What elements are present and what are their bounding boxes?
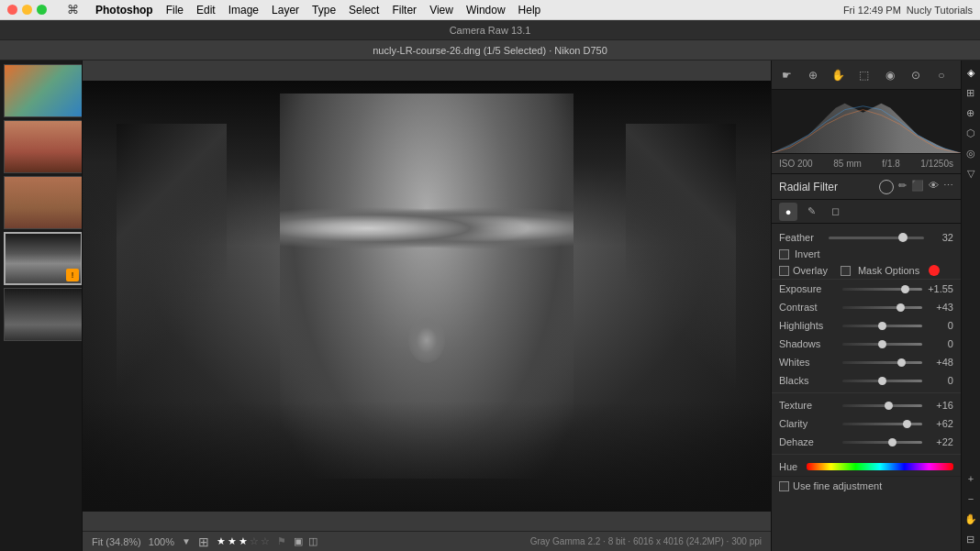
slider-shadows-track[interactable] <box>842 343 922 346</box>
slider-exposure-label: Exposure <box>779 283 839 294</box>
section-divider-1 <box>772 392 961 393</box>
mask-checkbox[interactable] <box>841 266 851 276</box>
invert-row: Invert <box>772 246 961 262</box>
filmstrip-thumb-5[interactable] <box>4 288 83 341</box>
slider-contrast-track[interactable] <box>842 306 922 309</box>
filmstrip-thumb-2[interactable] <box>4 120 83 173</box>
tool-radial[interactable]: ○ <box>931 65 952 85</box>
maximize-button[interactable] <box>37 5 47 15</box>
slider-blacks: Blacks 0 <box>772 371 961 390</box>
tool-zoom[interactable]: ⊕ <box>803 65 823 85</box>
rt-radial-icon[interactable]: ◎ <box>963 145 979 161</box>
filmstrip-thumb-3[interactable] <box>4 176 83 229</box>
tool-heal[interactable]: ◉ <box>880 65 900 85</box>
focal-info: 85 mm <box>833 159 862 169</box>
feather-slider[interactable] <box>829 237 924 239</box>
overlay-checkbox[interactable] <box>779 266 789 276</box>
menu-file[interactable]: File <box>166 4 184 17</box>
rt-hand-icon[interactable]: ✋ <box>963 511 979 527</box>
slider-exposure-track[interactable] <box>842 288 922 291</box>
star-rating[interactable]: ★ ★ ★ ☆ ☆ <box>217 535 270 547</box>
menu-select[interactable]: Select <box>349 4 379 17</box>
slider-shadows-label: Shadows <box>779 338 839 349</box>
tool-redeye[interactable]: ⊙ <box>906 65 926 85</box>
pen-select-tool[interactable]: ✎ <box>803 203 821 221</box>
erase-icon[interactable]: ⬛ <box>911 180 924 194</box>
rt-heal-icon[interactable]: ⊕ <box>963 105 979 121</box>
hue-slider[interactable] <box>807 463 953 470</box>
slider-highlights: Highlights 0 <box>772 316 961 335</box>
filmstrip-thumb-1[interactable] <box>4 64 83 117</box>
menu-channel: Nucly Tutorials <box>907 5 973 16</box>
menu-help[interactable]: Help <box>518 4 541 17</box>
star-5[interactable]: ☆ <box>261 535 270 547</box>
slider-shadows: Shadows 0 <box>772 335 961 353</box>
menu-type[interactable]: Type <box>312 4 336 17</box>
fine-tune-checkbox[interactable] <box>779 481 789 491</box>
feather-label: Feather <box>779 232 825 243</box>
oval-icon[interactable] <box>879 180 894 194</box>
tool-hand[interactable]: ☛ <box>777 65 797 85</box>
invert-label: Invert <box>795 248 820 259</box>
close-button[interactable] <box>7 5 17 15</box>
menu-layer[interactable]: Layer <box>272 4 299 17</box>
rt-crop-icon[interactable]: ⊞ <box>963 84 979 101</box>
warning-icon: ! <box>66 269 79 281</box>
panel-header: Radial Filter ✏ ⬛ 👁 ⋯ <box>772 174 961 200</box>
rt-edit-icon[interactable]: ◈ <box>963 64 979 81</box>
star-3[interactable]: ★ <box>239 535 248 547</box>
section-divider-2 <box>772 454 961 455</box>
slider-dehaze-track[interactable] <box>842 441 922 444</box>
shutter-info: 1/1250s <box>920 159 953 169</box>
eye-icon[interactable]: 👁 <box>929 180 939 194</box>
doc-title-bar: nucly-LR-course-26.dng (1/5 Selected) · … <box>0 40 980 61</box>
rt-zoom-in-icon[interactable]: + <box>963 470 979 487</box>
invert-checkbox[interactable] <box>779 249 789 259</box>
slider-blacks-track[interactable] <box>842 380 922 382</box>
rt-mask-icon[interactable]: ⬡ <box>963 125 979 141</box>
camera-info: ISO 200 85 mm f/1.8 1/1250s <box>772 154 961 174</box>
histogram <box>772 90 961 154</box>
tool-eyedropper[interactable]: ✋ <box>829 65 849 85</box>
more-icon[interactable]: ⋯ <box>943 180 953 194</box>
compare-icon[interactable]: ▣ <box>294 535 303 547</box>
rt-grid-icon[interactable]: ⊟ <box>963 531 979 547</box>
canvas-area: Fit (34.8%) 100% ▼ ⊞ ★ ★ ★ ☆ ☆ ⚑ ▣ ◫ Gra… <box>83 61 771 551</box>
slider-whites-track[interactable] <box>842 361 922 364</box>
rt-zoom-out-icon[interactable]: − <box>963 490 979 507</box>
star-1[interactable]: ★ <box>217 535 226 547</box>
filmstrip-thumb-4[interactable]: ! <box>4 232 83 285</box>
zoom-icon: ▼ <box>182 536 191 546</box>
menu-view[interactable]: View <box>429 4 453 17</box>
filmstrip-icon[interactable]: ◫ <box>308 535 317 547</box>
mask-color-dot[interactable] <box>929 265 940 276</box>
overlay-label: Overlay <box>793 265 828 276</box>
tool-crop[interactable]: ⬚ <box>854 65 874 85</box>
brush-select-tool[interactable]: ● <box>779 203 797 221</box>
menu-time: Fri 12:49 PM <box>843 5 901 16</box>
slider-highlights-track[interactable] <box>842 325 922 327</box>
flag-icon[interactable]: ⚑ <box>277 535 286 547</box>
star-4[interactable]: ☆ <box>250 535 259 547</box>
menu-filter[interactable]: Filter <box>392 4 417 17</box>
photo-canvas <box>83 81 771 512</box>
slider-texture-track[interactable] <box>842 404 922 407</box>
menu-image[interactable]: Image <box>228 4 259 17</box>
star-2[interactable]: ★ <box>228 535 237 547</box>
controls-area: Feather 32 Invert Overlay Mask Options <box>772 224 961 551</box>
panel-title: Radial Filter <box>779 181 838 193</box>
slider-exposure-value: +1.55 <box>926 283 953 294</box>
rt-grad-icon[interactable]: ▽ <box>963 165 979 182</box>
minimize-button[interactable] <box>22 5 32 15</box>
app-name[interactable]: Photoshop <box>95 4 153 17</box>
main-layout: ! <box>0 61 980 551</box>
pen-icon[interactable]: ✏ <box>898 180 907 194</box>
grid-icon[interactable]: ⊞ <box>198 534 209 549</box>
menu-edit[interactable]: Edit <box>196 4 216 17</box>
erase-select-tool[interactable]: ◻ <box>827 203 845 221</box>
slider-clarity-track[interactable] <box>842 423 922 425</box>
hue-label: Hue <box>779 461 807 472</box>
menu-window[interactable]: Window <box>466 4 506 17</box>
fit-label: Fit (34.8%) <box>92 536 141 547</box>
iso-info: ISO 200 <box>779 159 813 169</box>
